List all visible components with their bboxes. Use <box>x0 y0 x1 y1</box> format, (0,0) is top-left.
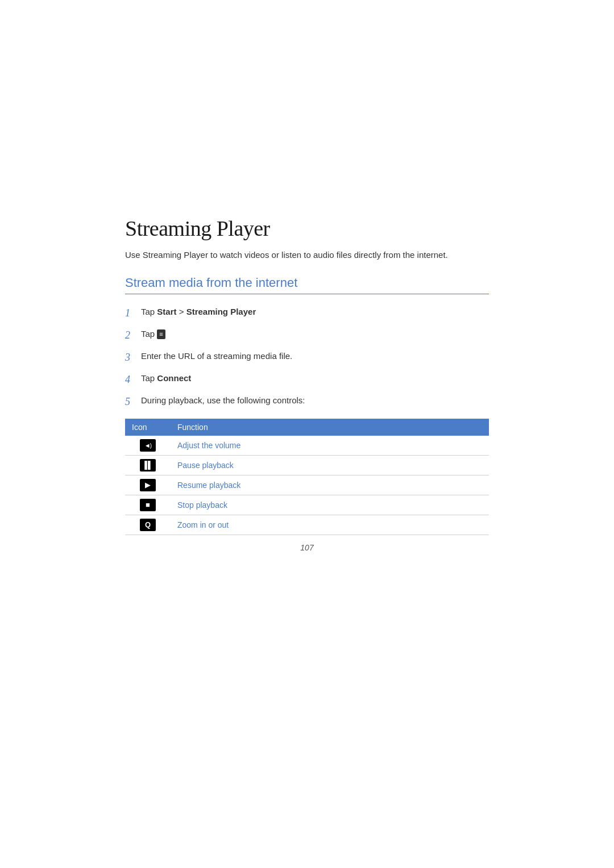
icon-cell-volume: ◄) <box>125 436 171 456</box>
page-container: Streaming Player Use Streaming Player to… <box>0 0 614 868</box>
menu-icon: ≡ <box>157 329 165 339</box>
step-3: 3 Enter the URL of a streaming media fil… <box>125 350 489 365</box>
step-text-1: Tap Start > Streaming Player <box>141 306 489 319</box>
function-cell-play: Resume playback <box>171 475 489 495</box>
step-text-4: Tap Connect <box>141 372 489 385</box>
step-text-2: Tap ≡ <box>141 328 489 341</box>
page-description: Use Streaming Player to watch videos or … <box>125 249 489 262</box>
function-cell-zoom: Zoom in or out <box>171 515 489 535</box>
step-number-5: 5 <box>125 394 138 410</box>
table-row: Q Zoom in or out <box>125 515 489 535</box>
page-title: Streaming Player <box>125 216 489 241</box>
step-1: 1 Tap Start > Streaming Player <box>125 306 489 321</box>
zoom-icon: Q <box>140 519 156 531</box>
table-header-row: Icon Function <box>125 419 489 436</box>
step-text-5: During playback, use the following contr… <box>141 394 489 407</box>
steps-list: 1 Tap Start > Streaming Player 2 Tap ≡ 3… <box>125 306 489 410</box>
table-row: ■ Stop playback <box>125 495 489 515</box>
table-row: ▐▌ Pause playback <box>125 455 489 475</box>
section-heading: Stream media from the internet <box>125 276 489 294</box>
page-number: 107 <box>125 543 489 552</box>
step-text-3: Enter the URL of a streaming media file. <box>141 350 489 363</box>
controls-table: Icon Function ◄) Adjust the volume <box>125 419 489 535</box>
pause-icon: ▐▌ <box>140 459 156 471</box>
icon-cell-stop: ■ <box>125 495 171 515</box>
step-number-1: 1 <box>125 306 138 321</box>
table-row: ◄) Adjust the volume <box>125 436 489 456</box>
icon-cell-play: ▶ <box>125 475 171 495</box>
content-area: Streaming Player Use Streaming Player to… <box>114 216 500 552</box>
stop-icon: ■ <box>140 499 156 511</box>
col-header-icon: Icon <box>125 419 171 436</box>
function-cell-pause: Pause playback <box>171 455 489 475</box>
icon-cell-zoom: Q <box>125 515 171 535</box>
step-number-3: 3 <box>125 350 138 365</box>
icon-cell-pause: ▐▌ <box>125 455 171 475</box>
table-row: ▶ Resume playback <box>125 475 489 495</box>
step-5: 5 During playback, use the following con… <box>125 394 489 410</box>
volume-icon: ◄) <box>140 439 156 452</box>
step-number-2: 2 <box>125 328 138 343</box>
play-icon: ▶ <box>140 479 156 491</box>
step-2: 2 Tap ≡ <box>125 328 489 343</box>
function-cell-volume: Adjust the volume <box>171 436 489 456</box>
step-4: 4 Tap Connect <box>125 372 489 387</box>
col-header-function: Function <box>171 419 489 436</box>
step-number-4: 4 <box>125 372 138 387</box>
function-cell-stop: Stop playback <box>171 495 489 515</box>
